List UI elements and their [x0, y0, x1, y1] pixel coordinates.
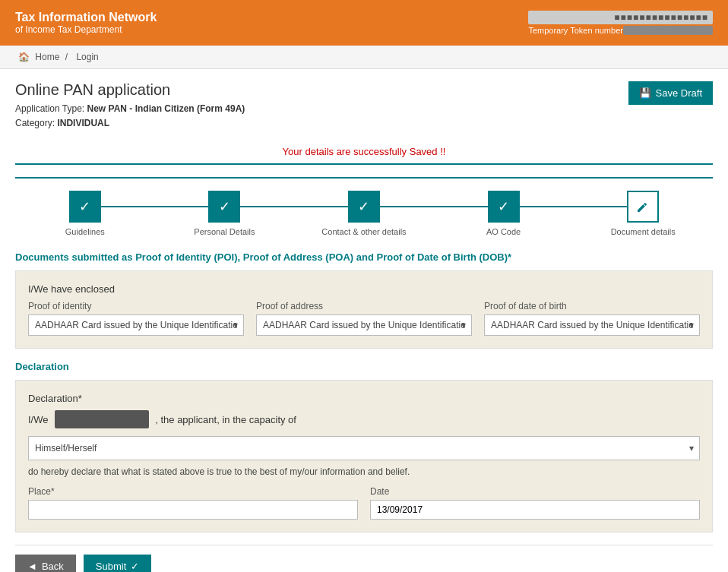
- place-date-row: Place* Date: [28, 486, 700, 520]
- declaration-card: Declaration* I/We ■■■■■■■■■■■■■■■ , the …: [15, 380, 713, 532]
- step-circle-personal-details: ✓: [208, 191, 240, 223]
- step-label-contact-details: Contact & other details: [321, 227, 406, 236]
- proof-address-col: Proof of address AADHAAR Card issued by …: [256, 301, 472, 336]
- documents-section-title: Documents submitted as Proof of Identity…: [15, 251, 713, 263]
- back-button[interactable]: ◄ Back: [15, 555, 76, 572]
- edit-icon: [635, 199, 650, 214]
- step-circle-document-details: [627, 191, 659, 223]
- submit-check-icon: ✓: [131, 561, 139, 572]
- header: Tax Information Network of Income Tax De…: [0, 0, 728, 46]
- page-title: Online PAN application: [15, 81, 245, 99]
- step-guidelines: ✓ Guidelines: [15, 191, 155, 236]
- save-draft-label: Save Draft: [656, 87, 702, 99]
- step-label-guidelines: Guidelines: [65, 227, 105, 236]
- proof-address-select-wrapper: AADHAAR Card issued by the Unique Identi…: [256, 314, 472, 336]
- proof-identity-col: Proof of identity AADHAAR Card issued by…: [28, 301, 244, 336]
- place-input[interactable]: [28, 500, 358, 520]
- proof-dob-label: Proof of date of birth: [484, 301, 700, 311]
- declaration-iwe-row: I/We ■■■■■■■■■■■■■■■ , the applicant, in…: [28, 410, 700, 428]
- documents-card: I/We have enclosed Proof of identity AAD…: [15, 270, 713, 349]
- breadcrumb-separator: /: [65, 52, 68, 62]
- proof-dob-col: Proof of date of birth AADHAAR Card issu…: [484, 301, 700, 336]
- proof-address-label: Proof of address: [256, 301, 472, 311]
- declaration-section-title: Declaration: [15, 361, 713, 372]
- declaration-text: do hereby declare that what is stated ab…: [28, 466, 700, 477]
- page-title-row: Online PAN application Application Type:…: [15, 81, 713, 131]
- proof-dob-select-wrapper: AADHAAR Card issued by the Unique Identi…: [484, 314, 700, 336]
- save-draft-button[interactable]: 💾 Save Draft: [628, 81, 713, 105]
- step-label-personal-details: Personal Details: [194, 227, 255, 236]
- step-document-details: Document details: [573, 191, 713, 236]
- step-label-ao-code: AO Code: [486, 227, 521, 236]
- step-contact-details: ✓ Contact & other details: [294, 191, 434, 236]
- page-title-block: Online PAN application Application Type:…: [15, 81, 245, 131]
- breadcrumb: 🏠 Home / Login: [0, 46, 728, 69]
- proof-identity-select-wrapper: AADHAAR Card issued by the Unique Identi…: [28, 314, 244, 336]
- home-icon: 🏠: [18, 52, 30, 62]
- proof-dob-select[interactable]: AADHAAR Card issued by the Unique Identi…: [484, 314, 700, 336]
- header-token-label: Temporary Token numberXXXXXXXXXXXXXXX: [528, 26, 713, 35]
- back-label: Back: [42, 561, 64, 572]
- page-meta-category: Category: INDIVIDUAL: [15, 116, 245, 131]
- back-arrow-icon: ◄: [27, 561, 37, 572]
- capacity-select[interactable]: Himself/Herself Guardian Representative …: [28, 436, 700, 460]
- breadcrumb-current: Login: [76, 52, 98, 62]
- page-meta-type: Application Type: New PAN - Indian Citiz…: [15, 102, 245, 116]
- proof-address-select[interactable]: AADHAAR Card issued by the Unique Identi…: [256, 314, 472, 336]
- step-circle-ao-code: ✓: [488, 191, 520, 223]
- enclosed-label: I/We have enclosed: [28, 283, 700, 295]
- capacity-select-wrapper: Himself/Herself Guardian Representative …: [28, 436, 700, 460]
- submit-label: Submit: [96, 561, 126, 572]
- header-title-block: Tax Information Network of Income Tax De…: [15, 11, 157, 35]
- step-circle-guidelines: ✓: [69, 191, 101, 223]
- header-title-sub: of Income Tax Department: [15, 24, 157, 35]
- footer-buttons: ◄ Back Submit ✓: [15, 545, 713, 572]
- header-title-main: Tax Information Network: [15, 11, 157, 24]
- date-label: Date: [370, 486, 700, 497]
- capacity-label: , the applicant, in the capacity of: [155, 414, 296, 425]
- success-message: Your details are successfully Saved !!: [15, 140, 713, 165]
- date-input[interactable]: [370, 500, 700, 520]
- step-ao-code: ✓ AO Code: [434, 191, 574, 236]
- step-circle-contact-details: ✓: [348, 191, 380, 223]
- iwe-label: I/We: [28, 414, 49, 425]
- save-icon: 💾: [639, 87, 651, 99]
- main-content: Online PAN application Application Type:…: [0, 69, 728, 572]
- breadcrumb-home[interactable]: Home: [35, 52, 59, 62]
- proof-identity-label: Proof of identity: [28, 301, 244, 311]
- divider: [15, 177, 713, 179]
- declaration-label: Declaration*: [28, 393, 700, 404]
- step-label-document-details: Document details: [611, 227, 676, 236]
- place-col: Place*: [28, 486, 358, 520]
- proof-identity-select[interactable]: AADHAAR Card issued by the Unique Identi…: [28, 314, 244, 336]
- submit-button[interactable]: Submit ✓: [84, 555, 151, 572]
- date-col: Date: [370, 486, 700, 520]
- documents-columns: Proof of identity AADHAAR Card issued by…: [28, 301, 700, 336]
- stepper: ✓ Guidelines ✓ Personal Details ✓ Contac…: [15, 191, 713, 236]
- step-personal-details: ✓ Personal Details: [155, 191, 295, 236]
- place-label: Place*: [28, 486, 358, 497]
- applicant-name-masked: ■■■■■■■■■■■■■■■: [55, 410, 150, 428]
- header-token: ■■■■■■■■■■■■■■■ Temporary Token numberXX…: [528, 11, 713, 35]
